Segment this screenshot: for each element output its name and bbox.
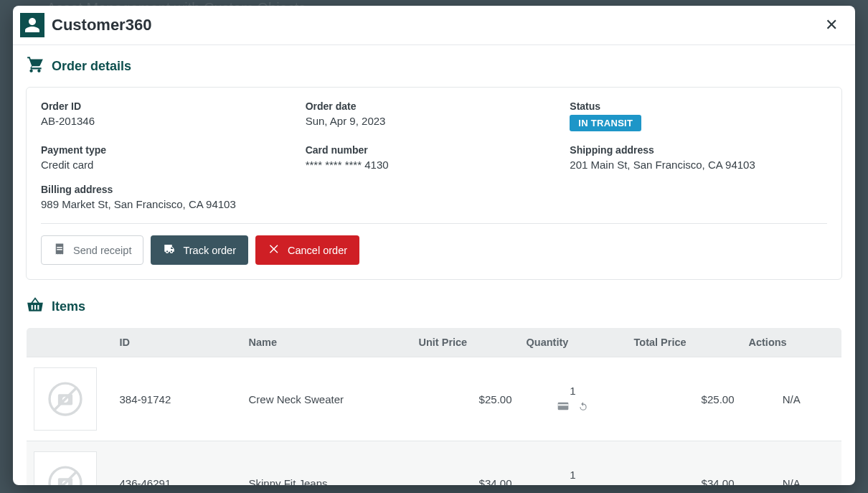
items-header: Items: [26, 296, 842, 317]
item-id: 384-91742: [113, 357, 242, 441]
modal-title: Customer360: [52, 16, 819, 34]
status-badge: IN TRANSIT: [570, 115, 641, 131]
col-unit-price: Unit Price: [412, 328, 519, 357]
shipping-address-value: 201 Main St, San Francisco, CA 94103: [570, 159, 827, 171]
order-details-card: Order ID AB-201346 Order date Sun, Apr 9…: [26, 87, 842, 280]
table-row: 436-46291 Skinny Fit Jeans $34.00 1 $34.…: [27, 441, 842, 486]
refresh-icon[interactable]: [577, 401, 589, 413]
payment-type-value: Credit card: [41, 159, 298, 171]
billing-address-value: 989 Market St, San Francisco, CA 94103: [41, 198, 827, 210]
truck-icon: [163, 243, 176, 258]
order-details-title: Order details: [52, 59, 131, 74]
col-name: Name: [242, 328, 412, 357]
modal-body: Order details Order ID AB-201346 Order d…: [13, 45, 855, 485]
cancel-icon: [268, 243, 280, 258]
customer-avatar-icon: [20, 13, 44, 37]
col-quantity: Quantity: [519, 328, 627, 357]
payment-type-field: Payment type Credit card: [41, 144, 298, 171]
payment-type-label: Payment type: [41, 144, 298, 156]
col-id: ID: [113, 328, 242, 357]
order-actions-row: Send receipt Track order Cancel order: [41, 235, 827, 265]
table-row: 384-91742 Crew Neck Sweater $25.00 1 $25…: [27, 357, 842, 441]
order-date-label: Order date: [306, 100, 563, 112]
order-date-value: Sun, Apr 9, 2023: [306, 115, 563, 127]
item-quantity: 1: [570, 385, 575, 397]
item-actions: N/A: [742, 441, 842, 486]
billing-address-label: Billing address: [41, 184, 827, 195]
send-receipt-label: Send receipt: [73, 245, 131, 256]
modal-header: Customer360 ✕: [13, 6, 855, 45]
col-actions: Actions: [742, 328, 842, 357]
status-field: Status IN TRANSIT: [570, 100, 827, 131]
col-image: [27, 328, 113, 357]
track-order-label: Track order: [183, 245, 236, 256]
cancel-order-label: Cancel order: [288, 245, 347, 256]
order-id-field: Order ID AB-201346: [41, 100, 298, 131]
items-table: ID Name Unit Price Quantity Total Price …: [26, 327, 842, 485]
cancel-order-button[interactable]: Cancel order: [255, 235, 359, 265]
card-number-label: Card number: [306, 144, 563, 156]
order-id-label: Order ID: [41, 100, 298, 112]
customer360-modal: Customer360 ✕ Order details Order ID AB-…: [13, 6, 855, 485]
item-total-price: $34.00: [627, 441, 742, 486]
shipping-address-field: Shipping address 201 Main St, San Franci…: [570, 144, 827, 171]
item-name: Skinny Fit Jeans: [242, 441, 412, 486]
no-image-icon: [34, 367, 97, 431]
item-name: Crew Neck Sweater: [242, 357, 412, 441]
order-details-header: Order details: [26, 55, 842, 77]
close-icon[interactable]: ✕: [819, 14, 844, 36]
receipt-icon: [53, 243, 66, 258]
send-receipt-button[interactable]: Send receipt: [41, 235, 143, 265]
item-quantity: 1: [570, 469, 575, 481]
col-total-price: Total Price: [627, 328, 742, 357]
order-id-value: AB-201346: [41, 115, 298, 127]
card-number-field: Card number **** **** **** 4130: [306, 144, 563, 171]
credit-card-icon[interactable]: [557, 401, 569, 413]
divider: [41, 223, 827, 224]
item-actions: N/A: [742, 357, 842, 441]
svg-line-3: [55, 388, 76, 410]
card-number-value: **** **** **** 4130: [306, 159, 563, 171]
cart-icon: [26, 55, 44, 77]
item-id: 436-46291: [113, 441, 242, 486]
items-table-header-row: ID Name Unit Price Quantity Total Price …: [27, 328, 842, 357]
items-title: Items: [52, 299, 85, 314]
status-label: Status: [570, 100, 827, 112]
billing-address-field: Billing address 989 Market St, San Franc…: [41, 184, 827, 210]
item-total-price: $25.00: [627, 357, 742, 441]
track-order-button[interactable]: Track order: [151, 235, 248, 265]
item-unit-price: $34.00: [412, 441, 519, 486]
svg-rect-5: [557, 404, 568, 405]
shipping-address-label: Shipping address: [570, 144, 827, 156]
basket-icon: [26, 296, 44, 317]
svg-rect-4: [557, 403, 568, 410]
no-image-icon: [34, 451, 97, 485]
order-date-field: Order date Sun, Apr 9, 2023: [306, 100, 563, 131]
item-unit-price: $25.00: [412, 357, 519, 441]
